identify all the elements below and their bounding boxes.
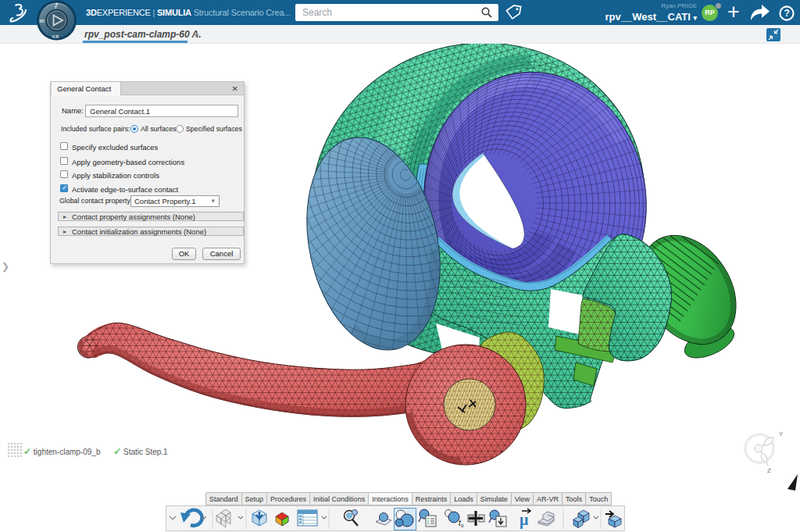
svg-text:3D: 3D [39,19,45,23]
svg-text:Z: Z [767,467,771,474]
svg-text:μ: μ [520,511,529,529]
svg-text:Y: Y [54,5,57,9]
svg-text:0: 0 [461,523,464,528]
svg-text:Y: Y [779,430,784,437]
svg-text:?: ? [784,8,789,19]
svg-text:V.R: V.R [52,34,59,39]
